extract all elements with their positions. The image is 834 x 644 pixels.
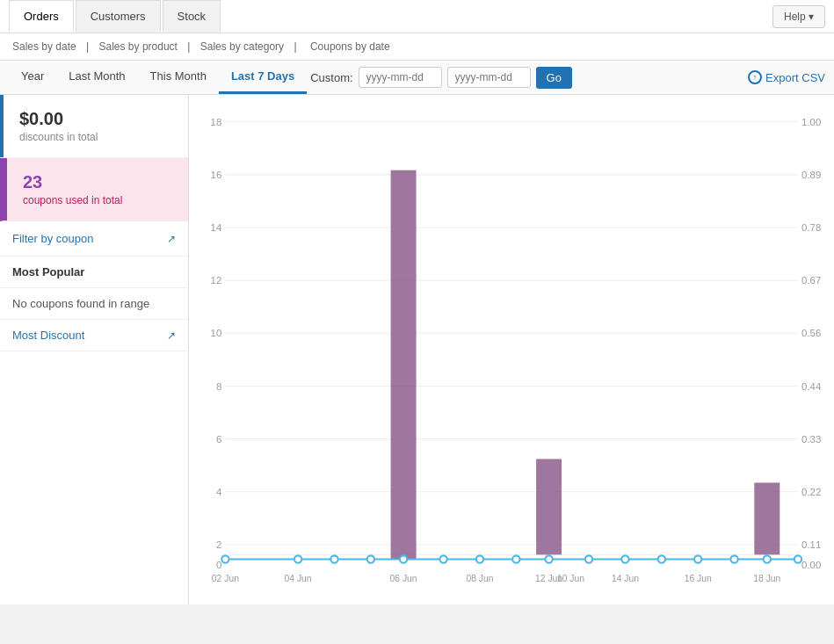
svg-text:0.89: 0.89 (801, 170, 821, 180)
subnav-sales-by-product[interactable]: Sales by product (96, 40, 181, 53)
svg-point-35 (439, 555, 446, 562)
svg-point-40 (621, 555, 628, 562)
app-container: Orders Customers Stock Help ▾ Sales by d… (0, 0, 834, 604)
svg-point-42 (694, 555, 701, 562)
svg-text:12: 12 (211, 275, 222, 286)
svg-text:16: 16 (211, 170, 222, 180)
svg-text:0.11: 0.11 (801, 539, 821, 550)
svg-point-37 (512, 555, 519, 562)
bar-06-jun (391, 170, 417, 560)
svg-text:0.44: 0.44 (801, 381, 821, 392)
custom-section: Custom: Go (310, 67, 572, 89)
tab-stock[interactable]: Stock (163, 0, 221, 33)
svg-text:10: 10 (211, 328, 222, 338)
subnav-sales-by-date[interactable]: Sales by date (9, 40, 80, 53)
svg-text:0.56: 0.56 (801, 328, 821, 338)
svg-text:1.00: 1.00 (801, 117, 821, 127)
export-csv-button[interactable]: ↑ Export CSV (748, 70, 825, 84)
svg-point-45 (794, 555, 801, 562)
custom-date-to[interactable] (447, 67, 531, 88)
most-discount-expand-icon: ↗ (167, 329, 176, 342)
chart-svg: 18 16 14 12 10 8 6 4 2 0 1.00 0.89 (189, 104, 825, 596)
top-bar: Orders Customers Stock Help ▾ (0, 0, 834, 33)
period-this-month[interactable]: This Month (138, 61, 219, 94)
tab-orders[interactable]: Orders (9, 0, 74, 33)
stat-coupons: 23 coupons used in total (0, 158, 188, 221)
subnav-sep3: | (294, 40, 299, 53)
svg-text:06 Jun: 06 Jun (390, 574, 417, 583)
custom-label: Custom: (310, 71, 352, 84)
svg-text:02 Jun: 02 Jun (212, 574, 239, 583)
svg-text:0.67: 0.67 (801, 275, 821, 286)
discounts-label: discounts in total (19, 131, 176, 143)
tab-customers[interactable]: Customers (76, 0, 161, 33)
y-axis-left: 18 16 14 12 10 8 6 4 2 0 (211, 117, 222, 570)
stat-discounts: $0.00 discounts in total (0, 95, 188, 158)
most-popular-item: Most Popular (0, 257, 188, 288)
x-axis-labels: 02 Jun 04 Jun 06 Jun 08 Jun 10 Jun 12 Ju… (212, 574, 781, 583)
svg-text:0.78: 0.78 (801, 222, 821, 233)
svg-point-32 (330, 555, 337, 562)
svg-text:18 Jun: 18 Jun (753, 574, 780, 583)
svg-text:0.00: 0.00 (801, 560, 821, 570)
discounts-value: $0.00 (19, 109, 176, 129)
svg-point-36 (476, 555, 483, 562)
main-content: $0.00 discounts in total 23 coupons used… (0, 95, 834, 604)
bar-12-jun (536, 459, 562, 554)
top-tabs: Orders Customers Stock (9, 0, 222, 33)
most-discount-label: Most Discount (12, 329, 84, 342)
svg-text:14 Jun: 14 Jun (612, 574, 639, 583)
svg-point-44 (764, 555, 771, 562)
help-button[interactable]: Help ▾ (772, 5, 825, 28)
filter-label: Filter by coupon (12, 232, 94, 245)
svg-text:0.33: 0.33 (801, 434, 821, 445)
grid-lines (225, 122, 798, 555)
expand-icon: ↗ (167, 233, 176, 245)
svg-point-34 (400, 555, 407, 562)
svg-point-39 (585, 555, 592, 562)
sub-nav: Sales by date | Sales by product | Sales… (0, 33, 834, 61)
y-axis-right: 1.00 0.89 0.78 0.67 0.56 0.44 0.33 0.22 … (801, 117, 821, 570)
svg-text:2: 2 (216, 539, 221, 550)
svg-text:6: 6 (216, 434, 221, 445)
svg-point-31 (294, 555, 301, 562)
pink-accent-bar (4, 158, 7, 221)
subnav-sales-by-category[interactable]: Sales by category (197, 40, 287, 53)
period-bar: Year Last Month This Month Last 7 Days C… (0, 61, 834, 95)
svg-text:04 Jun: 04 Jun (285, 574, 312, 583)
custom-date-from[interactable] (359, 67, 442, 88)
svg-text:0.22: 0.22 (801, 487, 821, 497)
export-circle-icon: ↑ (748, 70, 762, 84)
svg-text:18: 18 (211, 117, 222, 127)
svg-text:16 Jun: 16 Jun (685, 574, 712, 583)
svg-text:0: 0 (216, 560, 221, 570)
svg-point-30 (221, 555, 228, 562)
svg-point-43 (730, 555, 737, 562)
chart-wrapper: 18 16 14 12 10 8 6 4 2 0 1.00 0.89 (189, 104, 825, 596)
blue-accent-bar (0, 95, 4, 157)
filter-by-coupon[interactable]: Filter by coupon ↗ (0, 221, 188, 257)
subnav-coupons-by-date: Coupons by date (307, 40, 394, 53)
svg-point-38 (545, 555, 552, 562)
chart-area: 18 16 14 12 10 8 6 4 2 0 1.00 0.89 (189, 95, 834, 604)
coupons-label: coupons used in total (23, 194, 176, 206)
no-coupons-item: No coupons found in range (0, 288, 188, 320)
period-year[interactable]: Year (9, 61, 56, 94)
go-button[interactable]: Go (536, 67, 572, 89)
svg-text:08 Jun: 08 Jun (466, 574, 493, 583)
svg-text:14: 14 (211, 222, 222, 233)
most-discount-item[interactable]: Most Discount ↗ (0, 320, 188, 351)
subnav-sep1: | (86, 40, 91, 53)
subnav-sep2: | (187, 40, 192, 53)
svg-text:8: 8 (216, 381, 221, 392)
svg-point-33 (367, 555, 374, 562)
period-last-7-days[interactable]: Last 7 Days (219, 61, 307, 94)
period-last-month[interactable]: Last Month (56, 61, 137, 94)
svg-text:4: 4 (216, 487, 221, 497)
bar-18-jun (754, 482, 780, 554)
coupons-value: 23 (23, 172, 176, 192)
svg-text:12 Jun: 12 Jun (535, 574, 562, 583)
sidebar: $0.00 discounts in total 23 coupons used… (0, 95, 189, 604)
svg-point-41 (658, 555, 665, 562)
